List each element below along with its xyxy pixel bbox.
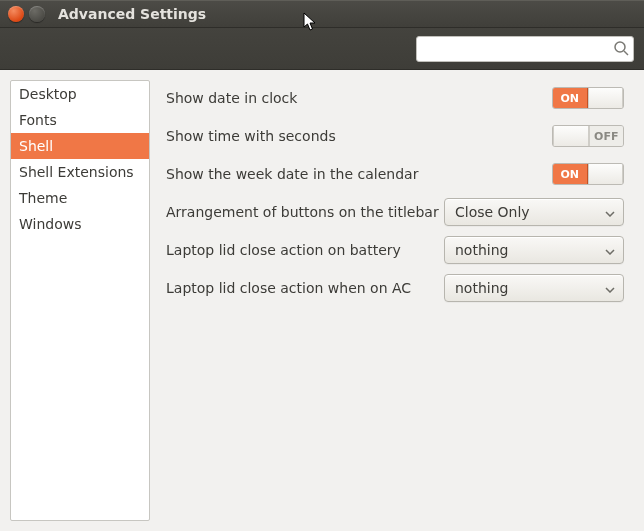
setting-label: Show date in clock (166, 90, 297, 106)
minimize-icon[interactable] (29, 6, 45, 22)
chevron-down-icon (605, 204, 615, 220)
dropdown[interactable]: Close Only (444, 198, 624, 226)
chevron-down-icon (605, 242, 615, 258)
sidebar-item-desktop[interactable]: Desktop (11, 81, 149, 107)
sidebar-item-theme[interactable]: Theme (11, 185, 149, 211)
window: Advanced Settings DesktopFontsShellShell… (0, 0, 644, 531)
toggle-state-label: OFF (589, 126, 624, 146)
close-icon[interactable] (8, 6, 24, 22)
toggle-switch[interactable]: ON (552, 87, 624, 109)
toggle-knob (588, 88, 624, 108)
setting-label: Show time with seconds (166, 128, 336, 144)
toggle-switch[interactable]: ON (552, 163, 624, 185)
setting-label: Laptop lid close action when on AC (166, 280, 411, 296)
setting-row: Arrangement of buttons on the titlebarCl… (166, 198, 624, 226)
dropdown[interactable]: nothing (444, 274, 624, 302)
toolbar (0, 28, 644, 70)
sidebar-item-shell-extensions[interactable]: Shell Extensions (11, 159, 149, 185)
sidebar-item-fonts[interactable]: Fonts (11, 107, 149, 133)
sidebar-item-label: Theme (19, 190, 67, 206)
window-title: Advanced Settings (58, 6, 206, 22)
content-panel: Show date in clockONShow time with secon… (160, 80, 634, 521)
sidebar-item-windows[interactable]: Windows (11, 211, 149, 237)
setting-row: Show date in clockON (166, 84, 624, 112)
sidebar: DesktopFontsShellShell ExtensionsThemeWi… (10, 80, 150, 521)
setting-row: Show the week date in the calendarON (166, 160, 624, 188)
dropdown-value: nothing (455, 280, 508, 296)
setting-label: Laptop lid close action on battery (166, 242, 401, 258)
dropdown-value: Close Only (455, 204, 530, 220)
setting-label: Show the week date in the calendar (166, 166, 418, 182)
chevron-down-icon (605, 280, 615, 296)
search-input[interactable] (416, 36, 634, 62)
toggle-knob (553, 126, 589, 146)
dropdown-value: nothing (455, 242, 508, 258)
sidebar-item-label: Desktop (19, 86, 77, 102)
setting-row: Laptop lid close action on batterynothin… (166, 236, 624, 264)
sidebar-item-label: Shell (19, 138, 53, 154)
sidebar-item-label: Shell Extensions (19, 164, 134, 180)
toggle-switch[interactable]: OFF (552, 125, 624, 147)
setting-label: Arrangement of buttons on the titlebar (166, 204, 439, 220)
dropdown[interactable]: nothing (444, 236, 624, 264)
sidebar-item-label: Fonts (19, 112, 57, 128)
toggle-state-label: ON (553, 164, 588, 184)
setting-row: Show time with secondsOFF (166, 122, 624, 150)
sidebar-item-label: Windows (19, 216, 82, 232)
body: DesktopFontsShellShell ExtensionsThemeWi… (0, 70, 644, 531)
toggle-state-label: ON (553, 88, 588, 108)
sidebar-item-shell[interactable]: Shell (11, 133, 149, 159)
titlebar: Advanced Settings (0, 0, 644, 28)
setting-row: Laptop lid close action when on ACnothin… (166, 274, 624, 302)
search-field[interactable] (416, 36, 634, 62)
toggle-knob (588, 164, 624, 184)
